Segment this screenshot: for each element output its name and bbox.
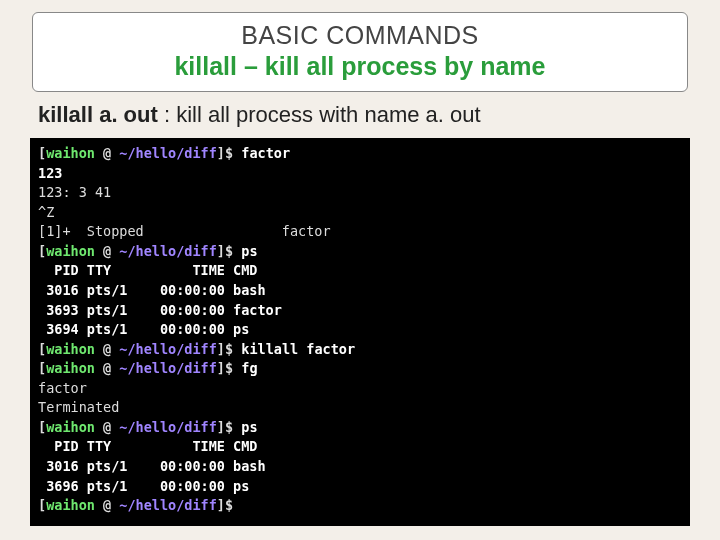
prompt-dollar: $ — [225, 419, 241, 435]
prompt-user: waihon — [46, 243, 95, 259]
term-line: 3696 pts/1 00:00:00 ps — [38, 478, 249, 494]
bracket: [ — [38, 243, 46, 259]
prompt-user: waihon — [46, 497, 95, 513]
prompt-at: @ — [95, 419, 119, 435]
bracket: ] — [217, 243, 225, 259]
term-cmd: factor — [241, 145, 290, 161]
slide-heading: BASIC COMMANDS — [45, 21, 675, 50]
term-header: PID TTY TIME CMD — [38, 262, 257, 278]
prompt-user: waihon — [46, 341, 95, 357]
title-box: BASIC COMMANDS killall – kill all proces… — [32, 12, 688, 92]
prompt-at: @ — [95, 341, 119, 357]
prompt-at: @ — [95, 360, 119, 376]
example-command: killall a. out — [38, 102, 158, 127]
prompt-user: waihon — [46, 360, 95, 376]
bracket: [ — [38, 145, 46, 161]
prompt-dollar: $ — [225, 497, 241, 513]
separator: – — [237, 52, 265, 80]
bracket: [ — [38, 497, 46, 513]
prompt-at: @ — [95, 243, 119, 259]
bracket: ] — [217, 341, 225, 357]
prompt-user: waihon — [46, 145, 95, 161]
term-line: 3016 pts/1 00:00:00 bash — [38, 458, 266, 474]
prompt-dollar: $ — [225, 360, 241, 376]
slide-subheading: killall – kill all process by name — [45, 52, 675, 81]
bracket: ] — [217, 419, 225, 435]
prompt-dollar: $ — [225, 145, 241, 161]
bracket: ] — [217, 360, 225, 376]
prompt-path: ~/hello/diff — [119, 341, 217, 357]
term-header: PID TTY TIME CMD — [38, 438, 257, 454]
term-line: factor — [38, 380, 87, 396]
prompt-path: ~/hello/diff — [119, 243, 217, 259]
example-line: killall a. out : kill all process with n… — [38, 102, 692, 128]
term-cmd: ps — [241, 419, 257, 435]
prompt-path: ~/hello/diff — [119, 497, 217, 513]
prompt-path: ~/hello/diff — [119, 145, 217, 161]
prompt-user: waihon — [46, 419, 95, 435]
term-line: ^Z — [38, 204, 54, 220]
prompt-path: ~/hello/diff — [119, 360, 217, 376]
term-line: 123: 3 41 — [38, 184, 111, 200]
term-cmd: ps — [241, 243, 257, 259]
term-cmd: fg — [241, 360, 257, 376]
prompt-path: ~/hello/diff — [119, 419, 217, 435]
term-line: 3694 pts/1 00:00:00 ps — [38, 321, 249, 337]
term-line: Terminated — [38, 399, 119, 415]
terminal-output: [waihon @ ~/hello/diff]$ factor 123 123:… — [30, 138, 690, 526]
prompt-at: @ — [95, 145, 119, 161]
term-line: 123 — [38, 165, 62, 181]
term-line: 3693 pts/1 00:00:00 factor — [38, 302, 282, 318]
slide: BASIC COMMANDS killall – kill all proces… — [0, 0, 720, 540]
bracket: [ — [38, 360, 46, 376]
term-line: 3016 pts/1 00:00:00 bash — [38, 282, 266, 298]
prompt-dollar: $ — [225, 341, 241, 357]
bracket: ] — [217, 497, 225, 513]
term-line: [1]+ Stopped factor — [38, 223, 331, 239]
command-name: killall — [174, 52, 237, 80]
bracket: [ — [38, 419, 46, 435]
prompt-at: @ — [95, 497, 119, 513]
prompt-dollar: $ — [225, 243, 241, 259]
example-description: : kill all process with name a. out — [164, 102, 481, 127]
bracket: ] — [217, 145, 225, 161]
bracket: [ — [38, 341, 46, 357]
term-cmd: killall factor — [241, 341, 355, 357]
command-description: kill all process by name — [265, 52, 546, 80]
